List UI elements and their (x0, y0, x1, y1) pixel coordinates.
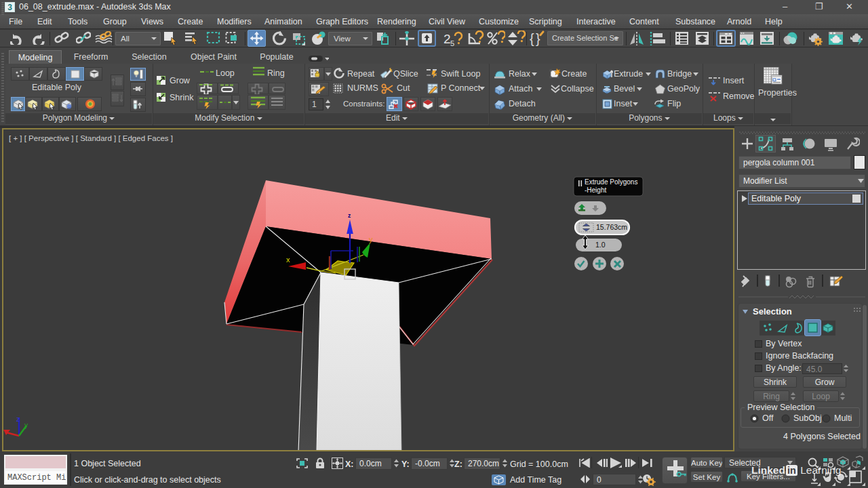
svg-text:15.763cm: 15.763cm (596, 223, 627, 231)
svg-text:5: 5 (450, 39, 454, 47)
svg-text:2: 2 (443, 32, 451, 46)
svg-text:3: 3 (7, 3, 12, 12)
svg-text:y: y (24, 422, 28, 429)
svg-text:}: } (536, 31, 540, 46)
svg-text:Extrude Polygons: Extrude Polygons (585, 178, 637, 186)
svg-text:{: { (530, 31, 534, 46)
svg-text:x: x (286, 256, 290, 264)
svg-text:-Height: -Height (585, 186, 606, 194)
svg-text:z: z (16, 415, 20, 423)
svg-text:1.0: 1.0 (595, 241, 606, 249)
svg-text:z: z (348, 212, 351, 219)
svg-text:y: y (369, 235, 373, 243)
svg-text:[ + ] [ Perspective ] [ Standa: [ + ] [ Perspective ] [ Standard ] [ Edg… (9, 134, 173, 142)
